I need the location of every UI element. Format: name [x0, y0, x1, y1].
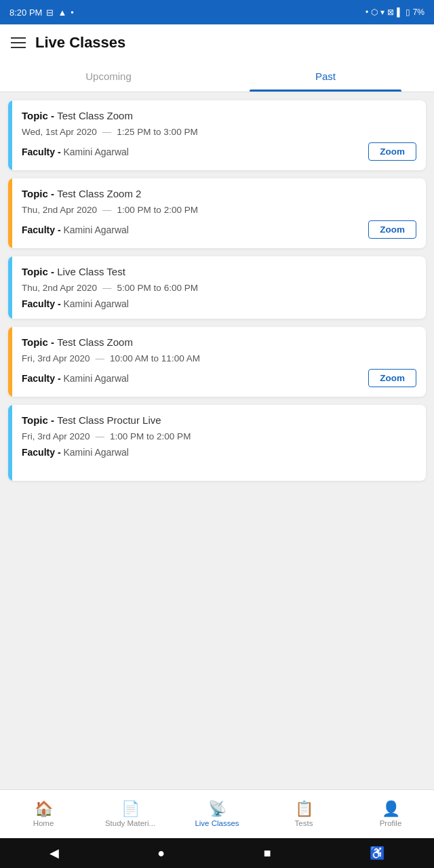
recent-button[interactable]: ■ — [264, 846, 271, 861]
accessibility-button[interactable]: ♿ — [370, 846, 384, 861]
card-body: Topic - Test Class Zoom Wed, 1st Apr 202… — [12, 100, 426, 170]
card-time: 1:25 PM to 3:00 PM — [117, 127, 197, 137]
card-dash: — — [96, 431, 105, 441]
status-time: 8:20 PM — [9, 7, 42, 18]
status-bar: 8:20 PM ⊟ ▲ • • ⬡ ▾ ⊠ ▌ ▯ 7% — [0, 0, 434, 24]
dot-icon: • — [71, 7, 74, 18]
class-card-4[interactable]: Topic - Test Class Zoom Fri, 3rd Apr 202… — [8, 327, 426, 397]
class-list: Topic - Test Class Zoom Wed, 1st Apr 202… — [0, 92, 434, 789]
card-faculty: Faculty - Kamini Agarwal — [22, 298, 129, 309]
card-faculty-row: Faculty - Kamini Agarwal — [22, 298, 416, 309]
card-topic: Topic - Test Class Proctur Live — [22, 414, 416, 426]
tests-icon: 📋 — [295, 802, 313, 816]
card-date: Fri, 3rd Apr 2020 — [22, 431, 90, 441]
card-dash: — — [102, 205, 112, 215]
faculty-label: Faculty - — [22, 447, 63, 458]
nav-item-tests[interactable]: 📋 Tests — [260, 790, 347, 838]
card-faculty: Faculty - Kamini Agarwal — [22, 373, 129, 384]
card-datetime: Thu, 2nd Apr 2020 — 1:00 PM to 2:00 PM — [22, 205, 416, 215]
card-date: Wed, 1st Apr 2020 — [22, 127, 97, 137]
faculty-label: Faculty - — [22, 146, 63, 157]
android-nav: ◀ ● ■ ♿ — [0, 838, 434, 868]
location-icon: ⬡ — [371, 7, 378, 17]
topic-value: Live Class Test — [57, 266, 125, 277]
signal-icon: ▌ — [397, 7, 403, 17]
nav-item-study[interactable]: 📄 Study Materi... — [87, 790, 174, 838]
card-faculty-row: Faculty - Kamini Agarwal — [22, 447, 416, 458]
live-icon: 📡 — [208, 802, 226, 816]
zoom-button[interactable]: Zoom — [368, 220, 416, 239]
nav-item-live[interactable]: 📡 Live Classes — [174, 790, 260, 838]
class-card-5[interactable]: Topic - Test Class Proctur Live Fri, 3rd… — [8, 405, 426, 481]
bottom-nav: 🏠 Home 📄 Study Materi... 📡 Live Classes … — [0, 789, 434, 838]
card-time: 10:00 AM to 11:00 AM — [110, 353, 200, 363]
home-icon: 🏠 — [35, 802, 53, 816]
card-datetime: Thu, 2nd Apr 2020 — 5:00 PM to 6:00 PM — [22, 283, 416, 293]
card-body: Topic - Test Class Zoom Fri, 3rd Apr 202… — [12, 327, 426, 397]
status-left: 8:20 PM ⊟ ▲ • — [9, 7, 74, 18]
topic-value: Test Class Zoom — [57, 110, 133, 121]
study-label: Study Materi... — [105, 819, 155, 827]
topic-label: Topic - — [22, 414, 57, 426]
topic-value: Test Class Zoom — [57, 336, 133, 348]
card-dash: — — [102, 283, 112, 293]
faculty-name: Kamini Agarwal — [63, 224, 129, 235]
back-button[interactable]: ◀ — [50, 846, 59, 861]
card-body: Topic - Test Class Zoom 2 Thu, 2nd Apr 2… — [12, 178, 426, 248]
card-datetime: Fri, 3rd Apr 2020 — 1:00 PM to 2:00 PM — [22, 431, 416, 441]
topic-label: Topic - — [22, 188, 57, 199]
card-topic: Topic - Live Class Test — [22, 266, 416, 277]
topic-label: Topic - — [22, 266, 57, 277]
profile-label: Profile — [380, 819, 402, 827]
card-topic: Topic - Test Class Zoom — [22, 110, 416, 121]
topic-value: Test Class Zoom 2 — [57, 188, 141, 199]
class-card-3[interactable]: Topic - Live Class Test Thu, 2nd Apr 202… — [8, 256, 426, 319]
tests-label: Tests — [295, 819, 313, 827]
card-faculty-row: Faculty - Kamini Agarwal Zoom — [22, 142, 416, 161]
card-datetime: Fri, 3rd Apr 2020 — 10:00 AM to 11:00 AM — [22, 353, 416, 363]
faculty-label: Faculty - — [22, 224, 63, 235]
signal-dot: • — [366, 7, 368, 17]
status-right: • ⬡ ▾ ⊠ ▌ ▯ 7% — [366, 7, 425, 17]
nav-item-home[interactable]: 🏠 Home — [0, 790, 87, 838]
card-faculty: Faculty - Kamini Agarwal — [22, 447, 129, 458]
nav-item-profile[interactable]: 👤 Profile — [347, 790, 434, 838]
card-topic: Topic - Test Class Zoom — [22, 336, 416, 348]
card-datetime: Wed, 1st Apr 2020 — 1:25 PM to 3:00 PM — [22, 127, 416, 137]
menu-button[interactable] — [11, 37, 26, 48]
card-faculty-row: Faculty - Kamini Agarwal Zoom — [22, 220, 416, 239]
battery-icon: ▯ — [406, 7, 410, 17]
battery-percent: 7% — [413, 7, 425, 17]
faculty-name: Kamini Agarwal — [63, 447, 129, 458]
faculty-name: Kamini Agarwal — [63, 298, 129, 309]
card-time: 1:00 PM to 2:00 PM — [110, 431, 191, 441]
network-icon: ⊠ — [387, 7, 394, 17]
card-date: Fri, 3rd Apr 2020 — [22, 353, 90, 363]
zoom-button[interactable]: Zoom — [368, 142, 416, 161]
home-label: Home — [33, 819, 54, 827]
topic-label: Topic - — [22, 110, 57, 121]
faculty-name: Kamini Agarwal — [63, 146, 129, 157]
class-card-2[interactable]: Topic - Test Class Zoom 2 Thu, 2nd Apr 2… — [8, 178, 426, 248]
tab-past[interactable]: Past — [217, 61, 434, 92]
cloud-icon: ▲ — [58, 7, 66, 18]
wifi-icon: ▾ — [380, 7, 384, 17]
sim-icon: ⊟ — [46, 7, 54, 18]
card-faculty: Faculty - Kamini Agarwal — [22, 146, 129, 157]
faculty-label: Faculty - — [22, 373, 63, 384]
tab-bar: Upcoming Past — [0, 61, 434, 92]
zoom-button[interactable]: Zoom — [368, 369, 416, 387]
header: Live Classes — [0, 24, 434, 61]
tab-upcoming[interactable]: Upcoming — [0, 61, 217, 92]
card-time: 5:00 PM to 6:00 PM — [117, 283, 198, 293]
topic-value: Test Class Proctur Live — [57, 414, 161, 426]
card-dash: — — [102, 127, 112, 137]
home-button[interactable]: ● — [157, 846, 165, 861]
live-label: Live Classes — [195, 819, 239, 827]
card-topic: Topic - Test Class Zoom 2 — [22, 188, 416, 199]
faculty-name: Kamini Agarwal — [63, 373, 129, 384]
topic-label: Topic - — [22, 336, 57, 348]
card-body: Topic - Live Class Test Thu, 2nd Apr 202… — [12, 256, 426, 319]
class-card-1[interactable]: Topic - Test Class Zoom Wed, 1st Apr 202… — [8, 100, 426, 170]
card-faculty-row: Faculty - Kamini Agarwal Zoom — [22, 369, 416, 387]
